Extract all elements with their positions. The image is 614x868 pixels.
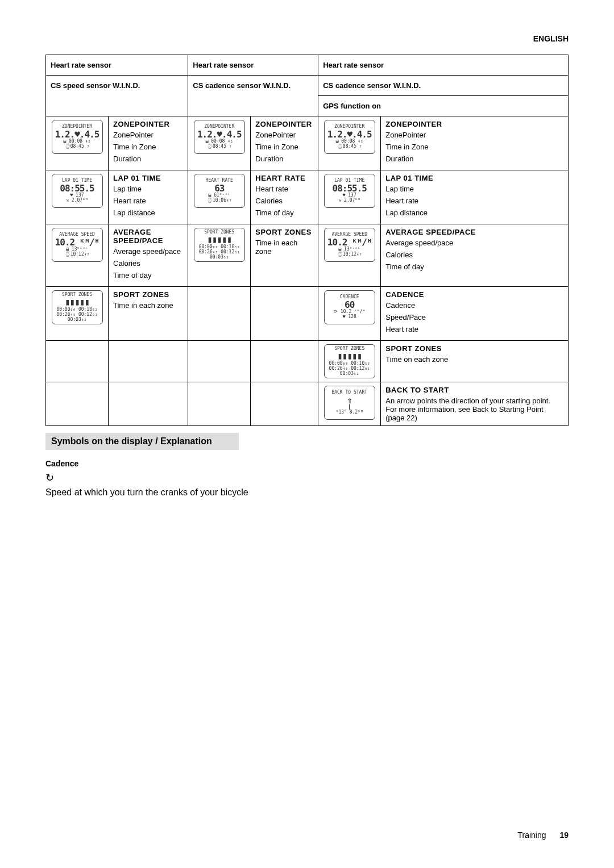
empty-desc xyxy=(251,341,318,382)
back-desc-col3: BACK TO START An arrow points the direct… xyxy=(381,382,569,426)
page-footer: Training 19 xyxy=(517,831,569,840)
cadence-desc: Speed at which you turn the cranks of yo… xyxy=(45,487,569,498)
zp-icon-col1: ZONEPOINTER 1.2.♥.4.5 ⬓ 00:08 ₄₅ ⌚08:45 … xyxy=(46,116,109,170)
empty-icon xyxy=(46,341,109,382)
sz-icon-col2: SPORT ZONES ▮▮▮▮▮ 00:00₀₀ 00:10₅₂ 00:26₄… xyxy=(188,224,251,287)
zp-icon-col2: ZONEPOINTER 1.2.♥.4.5 ⬓ 00:08 ₄₅ ⌚08:45 … xyxy=(188,116,251,170)
lap-icon-col3: LAP 01 TIME 08:55.5 ♥ 137 ⇲ 2.07ᴷᴹ xyxy=(318,170,381,224)
avg-icon-col3: AVERAGE SPEED 10.2 ᴷᴹ/ᴴ ⬓ 13ᴷᶜᴬᴸ ⌚10:12₄… xyxy=(318,224,381,287)
laptime-display-icon: LAP 01 TIME 08:55.5 ♥ 137 ⇲ 2.07ᴷᴹ xyxy=(324,174,375,208)
cad-desc-col3: CADENCE Cadence Speed/Pace Heart rate xyxy=(381,287,569,341)
empty-icon xyxy=(188,287,251,341)
cadence-title: Cadence xyxy=(45,459,569,468)
empty-icon xyxy=(188,341,251,382)
avg-desc-col3: AVERAGE SPEED/PACE Average speed/pace Ca… xyxy=(381,224,569,287)
symbols-heading: Symbols on the display / Explanation xyxy=(45,433,239,450)
sportzones-display-icon: SPORT ZONES ▮▮▮▮▮ 00:00₀₀ 00:10₅₂ 00:26₄… xyxy=(52,290,103,324)
lap-desc-col3: LAP 01 TIME Lap time Heart rate Lap dist… xyxy=(381,170,569,224)
backtostart-display-icon: BACK TO START ⇧ ┃ ᴺ13° 8.2ᴷᴹ xyxy=(324,386,375,420)
empty-icon xyxy=(46,382,109,426)
sz2-desc-col3: SPORT ZONES Time on each zone xyxy=(381,341,569,382)
cadence-display-icon: CADENCE 60 ⟳ 10.2 ᴷᴹ/ᴴ ♥ 128 xyxy=(324,290,375,324)
zonepointer-display-icon: ZONEPOINTER 1.2.♥.4.5 ⬓ 00:08 ₄₅ ⌚08:45 … xyxy=(52,120,103,154)
laptime-display-icon: LAP 01 TIME 08:55.5 ♥ 137 ⇲ 2.07ᴷᴹ xyxy=(52,174,103,208)
sportzones-display-icon: SPORT ZONES ▮▮▮▮▮ 00:00₀₀ 00:10₅₂ 00:26₄… xyxy=(194,228,245,262)
back-icon-col3: BACK TO START ⇧ ┃ ᴺ13° 8.2ᴷᴹ xyxy=(318,382,381,426)
sz-desc-col2: SPORT ZONES Time in each zone xyxy=(251,224,318,287)
avgspeed-display-icon: AVERAGE SPEED 10.2 ᴷᴹ/ᴴ ⬓ 13ᴷᶜᴬᴸ ⌚10:12₄… xyxy=(324,228,375,262)
col3-header2: CS cadence sensor W.I.N.D. xyxy=(318,76,569,96)
cadence-icon: ↻ xyxy=(45,471,569,484)
hr-desc-col2: HEART RATE Heart rate Calories Time of d… xyxy=(251,170,318,224)
cad-icon-col3: CADENCE 60 ⟳ 10.2 ᴷᴹ/ᴴ ♥ 128 xyxy=(318,287,381,341)
sz2-icon-col3: SPORT ZONES ▮▮▮▮▮ 00:00₀₀ 00:10₅₂ 00:26₄… xyxy=(318,341,381,382)
zp-icon-col3: ZONEPOINTER 1.2.♥.4.5 ⬓ 00:08 ₄₅ ⌚08:45 … xyxy=(318,116,381,170)
empty-icon xyxy=(188,382,251,426)
zp-desc-col2: ZONEPOINTER ZonePointer Time in Zone Dur… xyxy=(251,116,318,170)
empty-desc xyxy=(109,382,188,426)
page-number: 19 xyxy=(559,831,569,840)
empty-desc xyxy=(251,382,318,426)
zp-desc-col1: ZONEPOINTER ZonePointer Time in Zone Dur… xyxy=(109,116,188,170)
sportzones-display-icon: SPORT ZONES ▮▮▮▮▮ 00:00₀₀ 00:10₅₂ 00:26₄… xyxy=(324,344,375,378)
zonepointer-display-icon: ZONEPOINTER 1.2.♥.4.5 ⬓ 00:08 ₄₅ ⌚08:45 … xyxy=(194,120,245,154)
avgspeed-display-icon: AVERAGE SPEED 10.2 ᴷᴹ/ᴴ ⬓ 13ᴷᶜᴬᴸ ⌚10:12₄… xyxy=(52,228,103,262)
col1-header2: CS speed sensor W.I.N.D. xyxy=(46,76,188,116)
col2-header2: CS cadence sensor W.I.N.D. xyxy=(188,76,318,116)
empty-desc xyxy=(109,341,188,382)
lap-desc-col1: LAP 01 TIME Lap time Heart rate Lap dist… xyxy=(109,170,188,224)
col3-header1: Heart rate sensor xyxy=(318,55,569,76)
empty-desc xyxy=(251,287,318,341)
col2-header1: Heart rate sensor xyxy=(188,55,318,76)
sz-icon-col1: SPORT ZONES ▮▮▮▮▮ 00:00₀₀ 00:10₅₂ 00:26₄… xyxy=(46,287,109,341)
avg-desc-col1: AVERAGE SPEED/PACE Average speed/pace Ca… xyxy=(109,224,188,287)
hr-icon-col2: HEART RATE 63 ⬓ 61ᴷᶜᴬᴸ ⌚10:06₄₇ xyxy=(188,170,251,224)
zonepointer-display-icon: ZONEPOINTER 1.2.♥.4.5 ⬓ 00:08 ₄₅ ⌚08:45 … xyxy=(324,120,375,154)
heartrate-display-icon: HEART RATE 63 ⬓ 61ᴷᶜᴬᴸ ⌚10:06₄₇ xyxy=(194,174,245,208)
feature-table: Heart rate sensor Heart rate sensor Hear… xyxy=(45,55,569,426)
lap-icon-col1: LAP 01 TIME 08:55.5 ♥ 137 ⇲ 2.07ᴷᴹ xyxy=(46,170,109,224)
zp-desc-col3: ZONEPOINTER ZonePointer Time in Zone Dur… xyxy=(381,116,569,170)
avg-icon-col1: AVERAGE SPEED 10.2 ᴷᴹ/ᴴ ⬓ 13ᴷᶜᴬᴸ ⌚10:12₄… xyxy=(46,224,109,287)
footer-section: Training xyxy=(517,831,546,840)
page-language: ENGLISH xyxy=(45,34,569,43)
sz-desc-col1: SPORT ZONES Time in each zone xyxy=(109,287,188,341)
col3-header3: GPS function on xyxy=(318,96,569,116)
col1-header1: Heart rate sensor xyxy=(46,55,188,76)
